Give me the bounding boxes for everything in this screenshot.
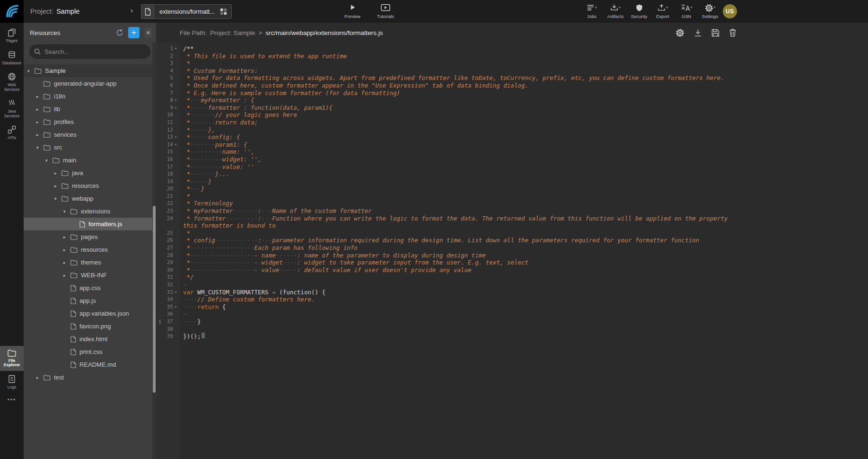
code-text[interactable]: })(); bbox=[180, 333, 740, 340]
tree-item-webapp[interactable]: ▾webapp bbox=[24, 192, 156, 205]
topbar-item-jobs[interactable]: ▾Jobs bbox=[580, 0, 604, 23]
collapse-panel-button[interactable]: « bbox=[144, 28, 152, 37]
code-text[interactable] bbox=[180, 326, 740, 333]
rail-item-java-services[interactable]: Java Services bbox=[0, 95, 24, 122]
code-text[interactable]: /** bbox=[180, 45, 740, 53]
tree-item-services[interactable]: ▸services bbox=[24, 128, 156, 141]
tree-item-formatters.js[interactable]: formatters.js bbox=[24, 218, 156, 230]
chevron-right-icon[interactable]: ▸ bbox=[36, 107, 44, 112]
tree-item-print.css[interactable]: print.css bbox=[24, 345, 156, 358]
rail-item-file-explorer[interactable]: File Explorer bbox=[0, 346, 24, 371]
chevron-down-icon[interactable]: ▾ bbox=[27, 69, 35, 73]
topbar-item-preview[interactable]: Preview bbox=[336, 0, 369, 23]
tree-item-pages[interactable]: ▸pages bbox=[24, 230, 156, 243]
refresh-icon[interactable] bbox=[116, 29, 123, 36]
save-file-button[interactable] bbox=[711, 29, 719, 37]
delete-file-button[interactable] bbox=[729, 28, 736, 37]
code-editor[interactable]: 1▾/**2 * This file is used to extend the… bbox=[156, 43, 868, 459]
download-file-button[interactable] bbox=[694, 29, 702, 37]
chevron-right-icon[interactable]: ▸ bbox=[36, 132, 44, 137]
code-text[interactable]: *·····}, bbox=[180, 126, 740, 134]
tree-item-i18n[interactable]: ▸i18n bbox=[24, 90, 156, 103]
rail-item-logs[interactable]: Logs bbox=[0, 371, 24, 393]
chevron-down-icon[interactable]: ▾ bbox=[63, 209, 70, 214]
code-text[interactable]: * bbox=[180, 193, 740, 200]
tree-item-java[interactable]: ▸java bbox=[24, 167, 156, 179]
topbar-item-artifacts[interactable]: ▾Artifacts bbox=[604, 0, 627, 23]
tree-item-app.css[interactable]: app.css bbox=[24, 282, 156, 294]
tree-item-themes[interactable]: ▸themes bbox=[24, 256, 156, 269]
fold-arrow-icon[interactable]: ▾ bbox=[173, 45, 178, 53]
code-text[interactable]: *··················Each param has follow… bbox=[180, 244, 740, 252]
breadcrumb-chevron-icon[interactable]: › bbox=[131, 6, 133, 14]
code-text[interactable]: *··················- name······: name of… bbox=[180, 252, 740, 259]
code-text[interactable]: *·········widget: '', bbox=[180, 156, 740, 163]
tree-item-app.js[interactable]: app.js bbox=[24, 294, 156, 307]
code-text[interactable]: *·····config: { bbox=[180, 133, 740, 141]
fold-arrow-icon[interactable]: ▾ bbox=[173, 97, 178, 104]
grid-icon[interactable] bbox=[220, 8, 231, 15]
chevron-right-icon[interactable]: ▸ bbox=[54, 171, 61, 176]
tree-item-generated-angular-app[interactable]: generated-angular-app bbox=[24, 77, 156, 90]
code-text[interactable]: * myFormatter·······:···Name of the cust… bbox=[180, 207, 740, 215]
code-text[interactable]: * Terminology bbox=[180, 200, 740, 207]
code-text[interactable]: *··················- value·····: default… bbox=[180, 266, 740, 274]
code-text[interactable]: */ bbox=[180, 274, 740, 281]
code-text[interactable]: *···} bbox=[180, 185, 740, 193]
tree-item-app.variables.json[interactable]: app.variables.json bbox=[24, 307, 156, 320]
chevron-down-icon[interactable]: ▾ bbox=[36, 145, 44, 150]
tree-item-main[interactable]: ▾main bbox=[24, 154, 156, 167]
code-text[interactable]: *·······}... bbox=[180, 170, 740, 178]
resources-scrollbar[interactable] bbox=[152, 43, 156, 459]
tree-item-web-inf[interactable]: ▸WEB-INF bbox=[24, 269, 156, 282]
search-input[interactable] bbox=[29, 44, 150, 59]
tree-item-extensions[interactable]: ▾extensions bbox=[24, 205, 156, 218]
code-text[interactable]: * Once defined here, custom formatter ap… bbox=[180, 82, 740, 89]
topbar-item-tutorials[interactable]: Tutorials bbox=[369, 0, 402, 23]
code-text[interactable]: * formatter·········:···Function where y… bbox=[180, 215, 740, 230]
tree-item-favicon.png[interactable]: favicon.png bbox=[24, 320, 156, 333]
fold-arrow-icon[interactable]: ▾ bbox=[173, 289, 178, 296]
tree-item-resources[interactable]: ▸resources bbox=[24, 179, 156, 192]
chevron-right-icon[interactable]: ▸ bbox=[36, 375, 44, 380]
chevron-right-icon[interactable]: ▸ bbox=[63, 273, 70, 278]
code-text[interactable]: ····} bbox=[180, 318, 740, 326]
rail-item-databases[interactable]: Databases bbox=[0, 47, 24, 69]
tree-item-resources[interactable]: ▸resources bbox=[24, 243, 156, 256]
code-text[interactable]: *··················- widget····: widget … bbox=[180, 259, 740, 266]
code-text[interactable]: *···myFormatter : { bbox=[180, 97, 740, 104]
rail-item-pages[interactable]: Pages bbox=[0, 25, 24, 47]
chevron-right-icon[interactable]: ▸ bbox=[63, 260, 70, 265]
app-logo[interactable] bbox=[0, 0, 24, 23]
chevron-down-icon[interactable]: ▾ bbox=[45, 158, 53, 163]
tree-item-lib[interactable]: ▸lib bbox=[24, 103, 156, 115]
chevron-right-icon[interactable]: ▸ bbox=[54, 184, 61, 188]
tree-item-index.html[interactable]: index.html bbox=[24, 333, 156, 345]
user-avatar[interactable]: US bbox=[723, 4, 737, 18]
code-text[interactable]: *·····} bbox=[180, 178, 740, 185]
chevron-right-icon[interactable]: ▸ bbox=[63, 235, 70, 239]
topbar-item-export[interactable]: ▾Export bbox=[651, 0, 675, 23]
tree-item-src[interactable]: ▾src bbox=[24, 141, 156, 154]
code-text[interactable]: var WM_CUSTOM_FORMATTERS = (function() { bbox=[180, 289, 740, 296]
fold-arrow-icon[interactable]: ▾ bbox=[173, 303, 178, 311]
rail-item-apis[interactable]: APIs bbox=[0, 122, 24, 144]
code-text[interactable]: * bbox=[180, 60, 740, 67]
code-text[interactable]: * bbox=[180, 230, 740, 237]
code-text[interactable]: * config············:···parameter inform… bbox=[180, 237, 740, 244]
code-text[interactable]: *·········name: '', bbox=[180, 148, 740, 156]
code-text[interactable]: ····return { bbox=[180, 303, 740, 311]
code-text[interactable]: * Used for data formatting across widget… bbox=[180, 74, 740, 82]
project-name[interactable]: Sample bbox=[56, 8, 79, 15]
chevron-right-icon[interactable]: ▸ bbox=[36, 120, 44, 124]
chevron-right-icon[interactable]: ▸ bbox=[63, 247, 70, 252]
add-resource-button[interactable]: + bbox=[128, 27, 140, 38]
topbar-item-i18n[interactable]: ▾I18N bbox=[675, 0, 698, 23]
code-text[interactable]: * This file is used to extend the app ru… bbox=[180, 53, 740, 60]
fold-arrow-icon[interactable]: ▾ bbox=[173, 141, 178, 149]
topbar-item-settings[interactable]: ▾Settings bbox=[698, 0, 722, 23]
tree-item-readme.md[interactable]: README.md bbox=[24, 358, 156, 371]
code-text[interactable]: *·······param1: { bbox=[180, 141, 740, 149]
code-text[interactable]: *·······// your logic goes here bbox=[180, 111, 740, 119]
tree-item-test[interactable]: ▸test bbox=[24, 371, 156, 384]
